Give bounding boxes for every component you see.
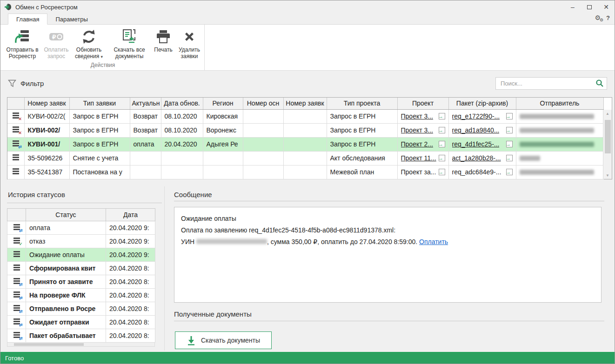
- column-header-type[interactable]: Тип заявки: [69, 98, 130, 109]
- column-header-icon[interactable]: [7, 98, 24, 109]
- button-label: Скачать все документы: [110, 47, 149, 60]
- column-header-sender[interactable]: Отправитель: [516, 98, 603, 109]
- status-icon: [13, 251, 20, 257]
- download-arrow-icon: [187, 335, 196, 345]
- list-item-selected[interactable]: Ожидание оплаты20.04.2020 9:: [7, 248, 155, 262]
- send-to-rosreestr-button[interactable]: Отправить в Росреестр: [2, 26, 42, 60]
- scroll-up-icon[interactable]: ▲: [606, 110, 609, 117]
- open-package-icon[interactable]: [506, 141, 513, 147]
- column-header-date[interactable]: Дата: [106, 209, 155, 221]
- ribbon-group-actions: Отправить в Росреестр ₽ Оплатить запрос: [0, 25, 205, 70]
- list-item[interactable]: Ожидает отправки20.04.2020 8:: [7, 316, 155, 329]
- maximize-button[interactable]: [581, 0, 598, 13]
- project-link[interactable]: Проект 11...: [401, 154, 436, 162]
- list-item[interactable]: Пакет обрабатывает20.04.2020 8:: [7, 329, 155, 343]
- open-project-icon[interactable]: [439, 127, 445, 133]
- project-link[interactable]: Проект 3...: [401, 126, 433, 134]
- status-sync-icon: [13, 318, 20, 324]
- maximize-icon: [587, 5, 592, 9]
- request-sync-icon: [13, 140, 19, 146]
- settings-gear-icon[interactable]: ⚙⚙: [595, 14, 601, 21]
- status-history-horizontal-scrollbar[interactable]: [7, 343, 155, 347]
- divider: [174, 321, 604, 321]
- list-item[interactable]: Принято от заявите20.04.2020 8:: [7, 275, 155, 289]
- status-ok-icon: [13, 238, 20, 244]
- search-box: [495, 77, 607, 90]
- project-link[interactable]: Проект 3...: [401, 113, 433, 120]
- list-item[interactable]: оплата20.04.2020 9:: [7, 221, 155, 235]
- filter-funnel-icon[interactable]: [8, 79, 16, 87]
- sender-redacted: [520, 156, 540, 161]
- column-header-package[interactable]: Пакет (zip-архив): [448, 98, 516, 109]
- window-controls: – ✕: [564, 0, 615, 13]
- print-button[interactable]: Печать: [151, 26, 175, 53]
- scroll-down-icon[interactable]: ▼: [606, 172, 609, 179]
- sender-redacted: [520, 142, 594, 147]
- details-panel: Сообщение Ожидание оплаты Оплата по заяв…: [164, 186, 615, 351]
- open-package-icon[interactable]: [506, 169, 513, 175]
- table-row[interactable]: 35-5241387 Постановка на у Межевой план …: [7, 165, 603, 179]
- list-item[interactable]: отказ20.04.2020 9:: [7, 235, 155, 248]
- sender-redacted: [520, 170, 594, 175]
- column-header-project[interactable]: Проект: [397, 98, 448, 109]
- table-row[interactable]: КУВИ-002/2( Запрос в ЕГРН Возврат 08.10.…: [7, 109, 603, 123]
- package-link[interactable]: req_4d1fec25-...: [452, 140, 500, 148]
- table-row[interactable]: КУВИ-002/ Запрос в ЕГРН Возврат 08.10.20…: [7, 123, 603, 137]
- status-history-title: История статусов: [7, 187, 162, 203]
- table-row[interactable]: 35-5096226 Снятие с учета Акт обследован…: [7, 151, 603, 165]
- search-input[interactable]: [501, 80, 595, 87]
- delete-requests-button[interactable]: Удалить заявки: [175, 26, 203, 60]
- open-project-icon[interactable]: [439, 113, 445, 119]
- open-project-icon[interactable]: [439, 169, 445, 175]
- column-header-date[interactable]: Дата обнов.: [161, 98, 203, 109]
- table-row-selected[interactable]: КУВИ-001/ Запрос в ЕГРН оплата 20.04.202…: [7, 137, 603, 151]
- column-header-actuality[interactable]: Актуальн: [130, 98, 161, 109]
- dropdown-caret-icon: ▾: [100, 54, 103, 59]
- project-link[interactable]: Проект 2...: [401, 140, 433, 148]
- message-line: Оплата по заявлению req_4d1fec25-4518-4f…: [181, 225, 595, 236]
- package-link[interactable]: req_ad1a9840...: [452, 126, 500, 134]
- list-item[interactable]: Отправлено в Росре20.04.2020 8:: [7, 302, 155, 316]
- open-package-icon[interactable]: [506, 113, 513, 119]
- window-title: Обмен с Росреестром: [15, 4, 78, 11]
- help-icon[interactable]: ?: [606, 14, 610, 21]
- sender-redacted: [520, 128, 594, 133]
- open-project-icon[interactable]: [439, 155, 445, 161]
- close-button[interactable]: ✕: [598, 0, 615, 13]
- download-documents-button[interactable]: Скачать документы: [175, 331, 272, 349]
- column-header-status[interactable]: Статус: [26, 209, 106, 221]
- open-package-icon[interactable]: [506, 127, 513, 133]
- divider: [7, 203, 162, 203]
- column-header-number2[interactable]: Номер заявк: [283, 98, 327, 109]
- list-item[interactable]: Сформирована квит20.04.2020 8:: [7, 262, 155, 275]
- status-sync-icon: [13, 332, 20, 338]
- requests-vertical-scrollbar[interactable]: ▲ ▼: [603, 110, 612, 179]
- download-all-docs-button[interactable]: Скачать все документы: [107, 26, 151, 60]
- column-header-number[interactable]: Номер заявк: [24, 98, 69, 109]
- tabstrip-icons: ⚙⚙ ?: [595, 14, 610, 21]
- column-header-project-type[interactable]: Тип проекта: [327, 98, 397, 109]
- package-link[interactable]: act_1a280b28-...: [452, 154, 501, 162]
- column-header-region[interactable]: Регион: [203, 98, 243, 109]
- list-item[interactable]: На проверке ФЛК20.04.2020 8:: [7, 289, 155, 302]
- received-documents-title: Полученные документы: [174, 310, 252, 318]
- scrollbar-thumb[interactable]: [605, 120, 611, 153]
- column-header-icon[interactable]: [7, 209, 26, 221]
- app-window: Обмен с Росреестром – ✕ Главная Параметр…: [0, 0, 615, 364]
- requests-table: Номер заявк Тип заявки Актуальн Дата обн…: [7, 97, 612, 179]
- tab-parametry[interactable]: Параметры: [47, 13, 95, 24]
- titlebar: Обмен с Росреестром – ✕: [0, 0, 615, 13]
- scrollbar-thumb[interactable]: [14, 343, 84, 346]
- minimize-button[interactable]: –: [564, 0, 581, 13]
- tab-glavnaya[interactable]: Главная: [8, 13, 47, 25]
- open-package-icon[interactable]: [506, 155, 513, 161]
- package-link[interactable]: req_e1722f90-...: [452, 113, 500, 120]
- pay-link[interactable]: Оплатить: [419, 238, 448, 245]
- status-sync-icon: [13, 278, 20, 284]
- refresh-info-button[interactable]: Обновить сведения ▾: [70, 26, 107, 60]
- search-icon[interactable]: [595, 79, 604, 87]
- statusbar-text: Готово: [5, 355, 24, 362]
- open-project-icon[interactable]: [439, 141, 445, 147]
- statusbar: Готово: [0, 352, 615, 364]
- column-header-number-main[interactable]: Номер осн: [243, 98, 283, 109]
